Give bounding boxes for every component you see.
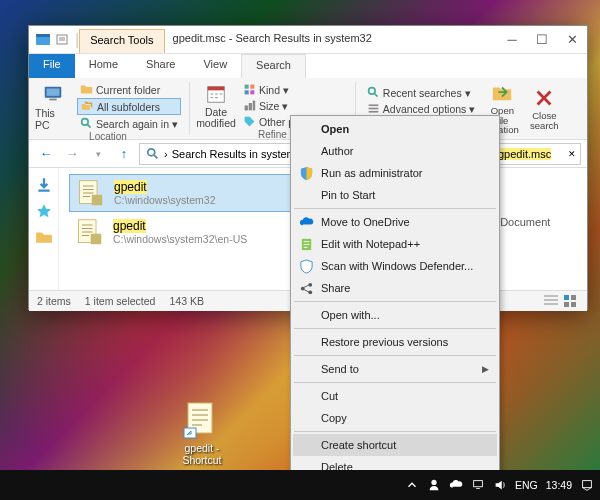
size-button[interactable]: Size ▾ bbox=[240, 98, 347, 113]
ctx-onedrive[interactable]: Move to OneDrive bbox=[293, 211, 497, 233]
all-subfolders-button[interactable]: All subfolders bbox=[77, 98, 181, 115]
defender-icon bbox=[299, 259, 314, 274]
shortcut-label: gpedit - Shortcut bbox=[172, 442, 232, 466]
tab-home[interactable]: Home bbox=[75, 54, 132, 78]
computer-icon bbox=[42, 83, 64, 105]
svg-rect-4 bbox=[47, 88, 60, 95]
svg-rect-26 bbox=[564, 295, 569, 300]
ctx-send-to[interactable]: Send to▶ bbox=[293, 358, 497, 380]
ctx-share[interactable]: Share bbox=[293, 277, 497, 299]
language-indicator[interactable]: ENG bbox=[515, 479, 538, 491]
share-icon bbox=[299, 281, 314, 296]
network-icon[interactable] bbox=[471, 478, 485, 492]
search-result-icon bbox=[146, 147, 160, 161]
ctx-defender[interactable]: Scan with Windows Defender... bbox=[293, 255, 497, 277]
desktop-shortcut[interactable]: gpedit - Shortcut bbox=[172, 400, 232, 466]
folder-icon bbox=[80, 83, 93, 96]
date-modified-label: Date modified bbox=[196, 107, 236, 128]
search-close-icon[interactable]: ✕ bbox=[568, 149, 576, 159]
details-view-icon[interactable] bbox=[543, 294, 559, 308]
advanced-options-button[interactable]: Advanced options ▾ bbox=[364, 101, 478, 116]
tray-up-icon[interactable] bbox=[405, 478, 419, 492]
msc-file-icon bbox=[76, 179, 104, 207]
svg-rect-11 bbox=[245, 90, 249, 94]
options-icon bbox=[367, 102, 380, 115]
recent-locations-button[interactable]: ▾ bbox=[87, 143, 109, 165]
ctx-notepad[interactable]: Edit with Notepad++ bbox=[293, 233, 497, 255]
onedrive-tray-icon[interactable] bbox=[449, 478, 463, 492]
ctx-separator bbox=[294, 431, 496, 432]
svg-rect-5 bbox=[49, 98, 56, 100]
ribbon-tabs: File Home Share View Search bbox=[29, 54, 587, 78]
quick-access-icon[interactable] bbox=[35, 202, 53, 220]
submenu-arrow-icon: ▶ bbox=[482, 364, 489, 374]
svg-rect-13 bbox=[245, 106, 248, 111]
tab-search[interactable]: Search bbox=[241, 54, 306, 78]
svg-rect-17 bbox=[368, 104, 378, 106]
date-modified-button[interactable]: Date modified bbox=[198, 82, 234, 129]
ctx-author[interactable]: Author bbox=[293, 140, 497, 162]
svg-point-16 bbox=[368, 88, 375, 95]
svg-rect-27 bbox=[571, 295, 576, 300]
ctx-open-with[interactable]: Open with... bbox=[293, 304, 497, 326]
svg-rect-15 bbox=[253, 101, 255, 111]
recent-searches-button[interactable]: Recent searches ▾ bbox=[364, 85, 478, 100]
nav-folder-icon[interactable] bbox=[35, 228, 53, 246]
minimize-button[interactable]: ─ bbox=[497, 26, 527, 53]
search-query: gpedit.msc bbox=[498, 148, 551, 160]
file-type-text: e Document bbox=[491, 216, 583, 228]
back-button[interactable]: ← bbox=[35, 143, 57, 165]
this-pc-button[interactable]: This PC bbox=[35, 82, 71, 131]
people-icon[interactable] bbox=[427, 478, 441, 492]
navigation-pane[interactable] bbox=[29, 168, 59, 290]
svg-rect-19 bbox=[368, 111, 378, 113]
clock[interactable]: 13:49 bbox=[546, 479, 572, 491]
ctx-create-shortcut[interactable]: Create shortcut bbox=[293, 434, 497, 456]
ctx-copy[interactable]: Copy bbox=[293, 407, 497, 429]
close-search-button[interactable]: Close search bbox=[526, 82, 562, 135]
forward-button[interactable]: → bbox=[61, 143, 83, 165]
current-folder-button[interactable]: Current folder bbox=[77, 82, 181, 97]
ctx-restore[interactable]: Restore previous versions bbox=[293, 331, 497, 353]
ctx-run-admin[interactable]: Run as administrator bbox=[293, 162, 497, 184]
notifications-icon[interactable] bbox=[580, 478, 594, 492]
size-icon bbox=[243, 99, 256, 112]
search-tools-tab[interactable]: Search Tools bbox=[79, 29, 164, 53]
ctx-pin-start[interactable]: Pin to Start bbox=[293, 184, 497, 206]
ctx-separator bbox=[294, 382, 496, 383]
svg-rect-35 bbox=[184, 428, 196, 438]
tab-view[interactable]: View bbox=[189, 54, 241, 78]
item-count: 2 items bbox=[37, 295, 71, 307]
file-name: gpedit bbox=[113, 219, 247, 233]
svg-point-21 bbox=[148, 148, 155, 155]
tag-icon bbox=[243, 115, 256, 128]
svg-rect-9 bbox=[245, 85, 249, 89]
titlebar: | Search Tools gpedit.msc - Search Resul… bbox=[29, 26, 587, 54]
svg-rect-18 bbox=[368, 108, 378, 110]
ctx-cut[interactable]: Cut bbox=[293, 385, 497, 407]
search-again-button[interactable]: Search again in ▾ bbox=[77, 116, 181, 131]
file-path: C:\windows\system32 bbox=[114, 194, 216, 206]
close-button[interactable]: ✕ bbox=[557, 26, 587, 53]
search-recent-icon bbox=[367, 86, 380, 99]
context-menu: Open Author Run as administrator Pin to … bbox=[290, 115, 500, 500]
tab-share[interactable]: Share bbox=[132, 54, 189, 78]
location-group-label: Location bbox=[35, 131, 181, 142]
folder-open-icon bbox=[491, 82, 513, 104]
downloads-icon[interactable] bbox=[35, 176, 53, 194]
window-title: gpedit.msc - Search Results in system32 bbox=[165, 26, 497, 53]
system-tray: ENG 13:49 bbox=[405, 478, 594, 492]
tab-file[interactable]: File bbox=[29, 54, 75, 78]
maximize-button[interactable]: ☐ bbox=[527, 26, 557, 53]
taskbar[interactable]: ENG 13:49 bbox=[0, 470, 600, 500]
ctx-open[interactable]: Open bbox=[293, 118, 497, 140]
dropdown-icon[interactable] bbox=[55, 32, 71, 48]
tiles-view-icon[interactable] bbox=[563, 294, 579, 308]
svg-rect-29 bbox=[571, 302, 576, 307]
kind-button[interactable]: Kind ▾ bbox=[240, 82, 347, 97]
up-button[interactable]: ↑ bbox=[113, 143, 135, 165]
app-icon bbox=[35, 32, 51, 48]
calendar-icon bbox=[205, 83, 227, 105]
volume-icon[interactable] bbox=[493, 478, 507, 492]
quick-access-toolbar: | bbox=[29, 26, 79, 53]
